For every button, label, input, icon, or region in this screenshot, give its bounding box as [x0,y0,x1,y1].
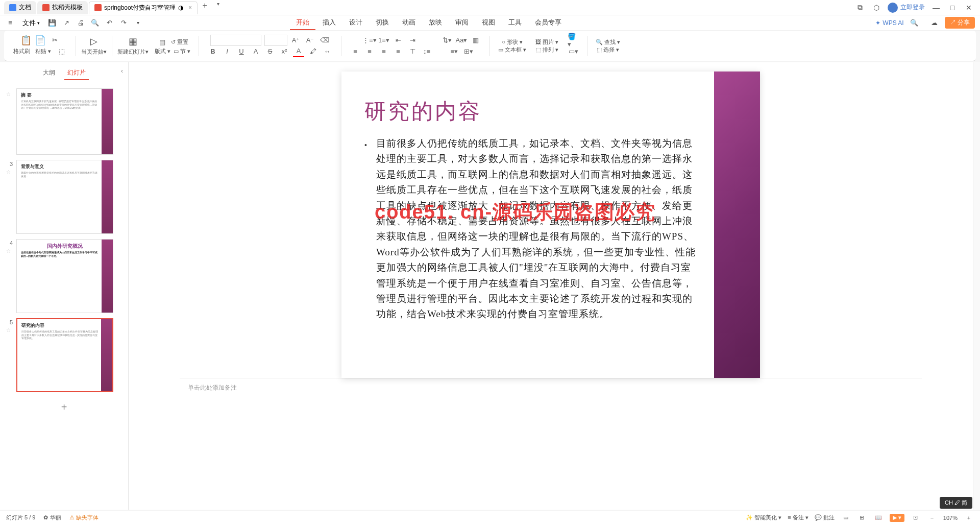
save-icon[interactable]: 💾 [47,18,57,28]
fill-icon[interactable]: 🪣▾ [568,35,579,46]
menu-slideshow[interactable]: 放映 [423,16,448,30]
comments-button[interactable]: 💬 批注 [815,514,835,521]
notes-area[interactable]: 单击此处添加备注 [180,378,922,397]
file-menu[interactable]: 文件 ▾ [19,17,43,29]
section-dropdown[interactable]: ▭节▾ [174,47,190,55]
layout-icon[interactable]: ▤ [157,36,168,47]
redo-icon[interactable]: ↷ [118,18,129,28]
box-icon[interactable]: ⬡ [871,3,881,13]
italic-icon[interactable]: I [222,46,233,57]
increase-font-icon[interactable]: A⁺ [290,35,302,46]
slide-text[interactable]: 目前很多人仍把传统的纸质工具，如记录本、文档、文件夹等视为信息处理的主要工具，对… [376,136,699,322]
close-icon[interactable]: × [188,4,192,11]
menu-tools[interactable]: 工具 [502,16,528,30]
notes-dropdown[interactable]: ≡ 备注 ▾ [788,514,808,521]
underline-icon[interactable]: U [236,46,247,57]
zoom-level[interactable]: 107% [943,515,958,521]
format-painter-button[interactable]: 格式刷 [13,47,30,55]
cloud-icon[interactable]: ☁ [929,18,940,28]
align-center-icon[interactable]: ≡ [364,46,375,57]
star-icon[interactable]: ☆ [6,169,11,175]
outline-tab[interactable]: 大纲 [40,66,58,80]
cut-icon[interactable]: ✂ [49,35,60,46]
clear-format-icon[interactable]: ⌫ [319,35,330,46]
shadow-icon[interactable]: A [250,46,261,57]
text-direction-icon[interactable]: ⇅▾ [442,35,453,46]
numbering-icon[interactable]: 1≡▾ [378,35,389,46]
minimize-button[interactable]: — [931,3,941,13]
zoom-out-icon[interactable]: − [927,514,937,522]
slides-tab[interactable]: 幻灯片 [64,66,89,80]
start-slideshow-button[interactable]: ▷ 当页开始▾ [81,36,107,56]
new-tab-button[interactable]: + [199,1,211,14]
columns-icon[interactable]: ▥ [470,35,481,46]
star-icon[interactable]: ☆ [6,91,11,97]
maximize-button[interactable]: □ [947,3,958,13]
ime-indicator[interactable]: CH 🖊 简 [940,497,972,509]
decrease-font-icon[interactable]: A⁻ [305,35,316,46]
find-dropdown[interactable]: 🔍查找▾ [596,38,620,46]
print-icon[interactable]: 🖨 [76,18,86,28]
textbox-dropdown[interactable]: ▭文本框▾ [498,46,526,54]
window-dup-icon[interactable]: ⧉ [855,3,865,13]
font-color-icon[interactable]: A [293,46,304,57]
para-spacing-icon[interactable]: ≡▾ [449,46,460,57]
thumbnail[interactable]: 背景与意义 随着社会的快速发展科学技术的全面进步计算机与互联网技术的飞速发展..… [16,160,113,234]
align-left-icon[interactable]: ≡ [350,46,361,57]
menu-transition[interactable]: 切换 [370,16,395,30]
tab-doc[interactable]: 文档 [4,1,36,14]
paste-button[interactable]: 📄 [35,35,46,46]
missing-font-status[interactable]: ⚠ 缺失字体 [69,514,99,521]
arrange-dropdown[interactable]: ⬚排列▾ [536,46,558,54]
menu-view[interactable]: 视图 [476,16,501,30]
outdent-icon[interactable]: ⇤ [393,35,404,46]
bold-icon[interactable]: B [207,46,218,57]
preview-icon[interactable]: 🔍 [90,18,100,28]
zoom-in-icon[interactable]: + [964,514,974,522]
normal-view-icon[interactable]: ▭ [841,514,851,522]
copy-button[interactable]: 📋 [20,35,32,46]
paste-dropdown[interactable]: 粘贴▾ [35,47,51,55]
char-spacing-icon[interactable]: ↔ [322,46,333,57]
clipboard-launcher-icon[interactable]: ⬚ [56,46,67,57]
slideshow-view-icon[interactable]: ▶ ▾ [890,514,904,522]
strikethrough-icon[interactable]: S [264,46,276,57]
menu-member[interactable]: 会员专享 [529,16,568,30]
line-spacing-icon[interactable]: ↕≡ [421,46,432,57]
slide-body[interactable]: • 目前很多人仍把传统的纸质工具，如记录本、文档、文件夹等视为信息处理的主要工具… [341,136,760,322]
beautify-dropdown[interactable]: ✨ 智能美化 ▾ [746,514,781,521]
wps-ai-button[interactable]: ✦ WPS AI [875,19,903,27]
star-icon[interactable]: ☆ [6,327,11,333]
star-icon[interactable]: ☆ [6,248,11,254]
text-align-icon[interactable]: Aa▾ [456,35,467,46]
collapse-icon[interactable]: ‹ [121,67,123,75]
thumbnail-active[interactable]: 研究的内容 目前很多人仍把传统的纸质工具如记录本文档文件夹等视为信息处理的主要工… [16,318,113,392]
menu-animation[interactable]: 动画 [396,16,422,30]
close-button[interactable]: ✕ [964,3,974,13]
slide[interactable]: 研究的内容 • 目前很多人仍把传统的纸质工具，如记录本、文档、文件夹等视为信息处… [341,72,760,378]
layout-dropdown[interactable]: 版式▾ [155,47,170,55]
align-right-icon[interactable]: ≡ [378,46,389,57]
font-size-select[interactable] [264,35,287,46]
superscript-icon[interactable]: x² [279,46,290,57]
select-dropdown[interactable]: ⬚选择▾ [597,46,619,54]
valign-top-icon[interactable]: ⊤ [407,46,418,57]
login-button[interactable]: 立即登录 [888,3,925,13]
new-slide-button[interactable]: ▦ 新建幻灯片▾ [117,36,149,56]
theme-status[interactable]: ✿ 华丽 [43,514,61,521]
convert-icon[interactable]: ⊞▾ [463,46,474,57]
align-justify-icon[interactable]: ≡ [393,46,404,57]
menu-insert[interactable]: 插入 [316,16,342,30]
highlight-icon[interactable]: 🖍 [307,46,318,57]
share-button[interactable]: ↗ 分享 [945,17,975,29]
sorter-view-icon[interactable]: ⊞ [857,514,867,522]
menu-icon[interactable]: ≡ [5,18,15,28]
indent-icon[interactable]: ⇥ [407,35,418,46]
font-family-select[interactable] [210,35,261,46]
chevron-down-icon[interactable]: ▾ [133,18,143,28]
reset-button[interactable]: ↺重置 [171,38,188,46]
add-slide-button[interactable]: + [3,397,125,417]
image-dropdown[interactable]: 🖼图片▾ [535,38,558,46]
export-icon[interactable]: ↗ [61,18,71,28]
fit-icon[interactable]: ⊡ [911,514,921,522]
